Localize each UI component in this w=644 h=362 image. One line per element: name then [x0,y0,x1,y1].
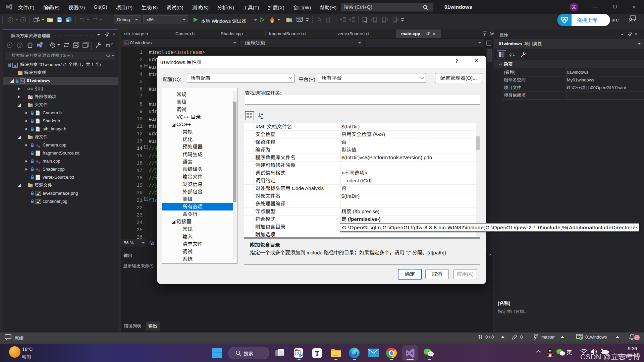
svg-text:h: h [37,120,39,123]
svg-text:Z: Z [509,55,512,58]
svg-text:T: T [315,350,319,357]
svg-text:A: A [261,113,263,116]
svg-text:h: h [37,128,39,131]
svg-text:h: h [37,112,39,115]
svg-text:Z: Z [261,116,263,119]
